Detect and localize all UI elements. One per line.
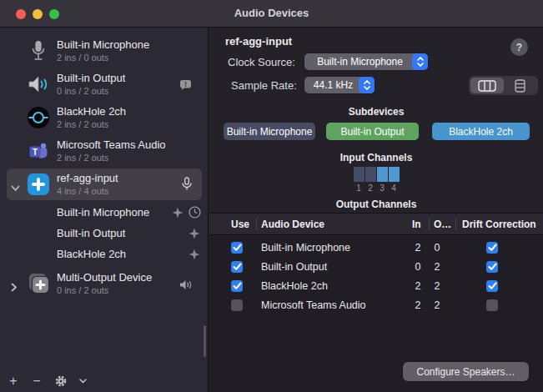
sidebar-subitem-built-in-output[interactable]: Built-in Output — [0, 224, 209, 244]
speaker-icon — [26, 72, 51, 97]
table-row: BlackHole 2ch 2 2 — [209, 277, 543, 296]
teams-icon: T — [26, 138, 51, 163]
titlebar: Audio Devices — [0, 0, 543, 28]
subdevice-button-blackhole-2ch[interactable]: BlackHole 2ch — [432, 123, 530, 140]
row-out-count: 0 — [429, 242, 445, 254]
col-out[interactable]: O… — [434, 219, 451, 230]
drift-checkbox[interactable] — [486, 280, 498, 292]
popup-stepper-icon — [412, 53, 428, 70]
channel-number: 3 — [379, 183, 386, 193]
column-divider — [256, 219, 257, 230]
configure-speakers-button[interactable]: Configure Speakers… — [403, 362, 529, 381]
drift-checkbox[interactable] — [486, 261, 498, 273]
signal-spark-icon — [172, 207, 184, 222]
row-in-count: 2 — [410, 280, 426, 292]
clock-source-label: Clock Source: — [228, 56, 295, 68]
device-detail: 0 ins / 2 outs — [57, 85, 125, 97]
subdevice-name: Built-in Output — [57, 227, 125, 239]
sidebar-item-microsoft-teams-audio[interactable]: T Microsoft Teams Audio 2 ins / 2 outs — [0, 134, 209, 168]
column-divider — [429, 219, 430, 230]
col-use[interactable]: Use — [231, 219, 249, 230]
columns-view-button[interactable] — [470, 78, 504, 93]
multi-output-device-icon — [26, 271, 51, 296]
sidebar-item-blackhole-2ch[interactable]: BlackHole 2ch 2 ins / 2 outs — [0, 101, 209, 134]
subdevice-name: Built-in Microphone — [57, 206, 149, 219]
output-channels-title: Output Channels — [209, 199, 543, 210]
subdevices-title: Subdevices — [209, 106, 543, 118]
clock-icon — [189, 206, 201, 222]
table-row: Microsoft Teams Audio 2 2 — [209, 296, 543, 315]
clock-source-popup[interactable]: Built-in Microphone — [304, 53, 428, 70]
sample-rate-value: 44.1 kHz — [304, 79, 359, 91]
drift-checkbox[interactable] — [486, 299, 498, 311]
use-checkbox[interactable] — [231, 280, 243, 292]
sidebar-subitem-built-in-microphone[interactable]: Built-in Microphone — [0, 203, 209, 224]
subdevice-table: Use Audio Device In O… Drift Correction … — [209, 213, 543, 392]
sidebar-item-built-in-microphone[interactable]: Built-in Microphone 2 ins / 0 outs — [0, 34, 209, 68]
signal-spark-icon — [189, 249, 200, 264]
device-settings-panel: ref-agg-input ? Clock Source: Built-in M… — [209, 28, 543, 213]
row-device-name: Microsoft Teams Audio — [261, 299, 366, 311]
input-channels-strip — [209, 167, 543, 182]
sidebar-item-multi-output-device[interactable]: Multi-Output Device 0 ins / 2 outs — [0, 267, 209, 300]
signal-spark-icon — [189, 228, 200, 243]
col-audio-device[interactable]: Audio Device — [261, 219, 324, 230]
column-divider — [455, 219, 456, 230]
sample-rate-label: Sample Rate: — [231, 79, 297, 92]
chevron-down-icon[interactable] — [73, 379, 92, 384]
drift-checkbox[interactable] — [486, 242, 498, 254]
output-device-speaker-icon — [179, 279, 192, 294]
use-checkbox[interactable] — [231, 299, 243, 311]
window-title: Audio Devices — [0, 7, 543, 19]
channel-number: 1 — [355, 183, 363, 193]
selected-device-title: ref-agg-input — [225, 35, 292, 48]
blackhole-icon — [26, 105, 51, 130]
help-button[interactable]: ? — [510, 38, 528, 56]
channel-box — [389, 167, 400, 182]
gear-icon[interactable] — [48, 375, 73, 387]
device-name: BlackHole 2ch — [57, 105, 126, 118]
col-in[interactable]: In — [412, 219, 421, 230]
svg-text:T: T — [33, 148, 38, 157]
device-name: ref-agg-input — [57, 172, 118, 185]
microphone-icon — [26, 38, 51, 63]
use-checkbox[interactable] — [231, 261, 243, 273]
add-device-button[interactable]: + — [2, 374, 25, 388]
clock-source-value: Built-in Microphone — [304, 56, 412, 68]
row-device-name: Built-in Microphone — [261, 242, 350, 254]
row-in-count: 2 — [410, 242, 426, 254]
aggregate-device-icon — [26, 172, 51, 197]
remove-device-button[interactable]: − — [25, 374, 48, 388]
subdevice-button-built-in-microphone[interactable]: Built-in Microphone — [224, 123, 315, 140]
device-name: Microsoft Teams Audio — [57, 138, 166, 152]
sidebar-subitem-blackhole-2ch[interactable]: BlackHole 2ch — [0, 244, 209, 265]
sidebar-item-ref-agg-input[interactable]: ref-agg-input 4 ins / 4 outs — [0, 168, 209, 201]
subdevice-button-built-in-output[interactable]: Built-in Output — [326, 123, 419, 140]
channel-number: 2 — [367, 183, 375, 193]
sidebar-scrollbar[interactable] — [204, 325, 206, 357]
row-in-count: 2 — [410, 299, 426, 311]
channel-box — [354, 167, 365, 182]
row-device-name: BlackHole 2ch — [261, 280, 328, 292]
rows-icon — [515, 79, 525, 93]
row-in-count: 0 — [410, 261, 426, 273]
col-drift-correction[interactable]: Drift Correction — [462, 219, 536, 230]
device-detail: 4 ins / 4 outs — [57, 185, 118, 197]
sidebar-toolbar: + − — [0, 370, 207, 392]
device-name: Multi-Output Device — [57, 271, 152, 284]
device-detail: 2 ins / 2 outs — [57, 118, 126, 130]
columns-icon — [478, 80, 496, 92]
chevron-down-icon[interactable] — [11, 180, 20, 195]
sample-rate-popup[interactable]: 44.1 kHz — [304, 77, 375, 93]
table-row: Built-in Microphone 2 0 — [209, 239, 543, 258]
chevron-right-icon[interactable] — [11, 280, 18, 295]
table-header: Use Audio Device In O… Drift Correction — [209, 214, 543, 235]
input-device-mic-icon — [182, 177, 192, 194]
list-view-button[interactable] — [504, 78, 537, 93]
alert-bubble-icon — [179, 79, 192, 94]
sidebar-item-built-in-output[interactable]: Built-in Output 0 ins / 2 outs — [0, 68, 209, 101]
table-row: Built-in Output 0 2 — [209, 258, 543, 277]
use-checkbox[interactable] — [231, 242, 243, 254]
popup-stepper-icon — [359, 77, 375, 93]
device-name: Built-in Microphone — [57, 38, 149, 52]
